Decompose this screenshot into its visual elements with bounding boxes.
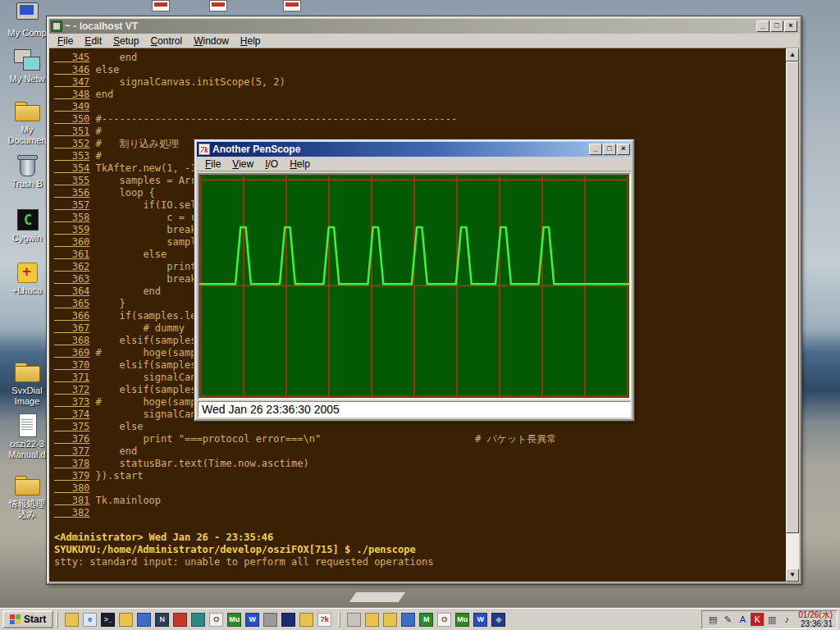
terminal-maximize-button[interactable]: □: [770, 21, 783, 32]
quicklaunch-app-gray[interactable]: [263, 613, 277, 627]
folder-icon: [13, 98, 41, 123]
desktop-icon-svxdial-image[interactable]: SvxDial Image: [3, 359, 51, 407]
terminal-menu-edit[interactable]: Edit: [80, 34, 107, 48]
terminal-line-345: 345 end: [54, 52, 786, 64]
scroll-down-icon[interactable]: ▼: [786, 568, 799, 582]
terminal-close-button[interactable]: ×: [784, 21, 797, 32]
desktop-icon-label: My Netw: [3, 74, 51, 84]
toolbar-grip[interactable]: [56, 611, 58, 628]
terminal-output-line-1: <Administrator> Wed Jan 26 - 23:35:46: [54, 532, 786, 544]
quicklaunch-explorer-folder[interactable]: [65, 613, 79, 627]
penscope-menu-io[interactable]: I/O: [260, 158, 283, 171]
quicklaunch-app-teal[interactable]: [191, 613, 205, 627]
penscope-menu-help[interactable]: Help: [285, 158, 315, 171]
quicklaunch-mule[interactable]: Mu: [227, 613, 241, 627]
terminal-minimize-button[interactable]: _: [756, 21, 769, 32]
quicklaunch-terminal[interactable]: >_: [101, 613, 115, 627]
terminal-output-line-3: stty: standard input: unable to perform …: [54, 556, 786, 568]
terminal-icon: >_: [101, 613, 115, 627]
terminal-titlebar[interactable]: ~ - localhost VT _ □ ×: [49, 19, 799, 34]
trash-icon: [13, 153, 41, 177]
taskbar-item-folder[interactable]: [365, 613, 379, 627]
taskbar-item-app-diamond[interactable]: ◆: [491, 613, 505, 627]
scrollbar-thumb[interactable]: [786, 62, 799, 533]
quick-launch-bar: e>_NOMuW7k: [61, 613, 336, 627]
taskbar-item-mule[interactable]: Mu: [455, 613, 469, 627]
quicklaunch-app-navy[interactable]: [281, 613, 295, 627]
quicklaunch-folder[interactable]: [119, 613, 133, 627]
taskbar-clock[interactable]: 01/26(水) 23:36:31: [795, 610, 833, 628]
penscope-close-button[interactable]: ×: [617, 144, 630, 155]
desktop-icon-label: oszi22-3 Manual.d: [3, 439, 51, 460]
desktop-icon-label: My Documen: [3, 125, 51, 146]
tk-logo-icon: 7k: [199, 144, 210, 155]
penscope-minimize-button[interactable]: _: [589, 144, 602, 155]
penscope-titlebar[interactable]: 7k Another PenScope _ □ ×: [197, 142, 632, 157]
folder-icon: [13, 472, 41, 497]
terminal-menu-help[interactable]: Help: [235, 34, 266, 48]
terminal-line-379: 379 }).start: [54, 470, 786, 482]
desktop-icon-trush-b[interactable]: Trush B: [3, 153, 51, 189]
taskbar-item-app-green[interactable]: M: [419, 613, 433, 627]
desktop-icon-my-netw[interactable]: My Netw: [3, 48, 51, 84]
taskbar-item-opera[interactable]: O: [437, 613, 451, 627]
desktop-icon-my-documen[interactable]: My Documen: [3, 98, 51, 146]
toolbar-grip[interactable]: [338, 611, 340, 628]
penscope-maximize-button[interactable]: □: [603, 144, 616, 155]
taskbar-item-word[interactable]: W: [473, 613, 487, 627]
taskbar: Start e>_NOMuW7k MOMuW◆ ▤✎AK▥♪ 01/26(水) …: [0, 608, 840, 630]
taskbar-item-app-blue[interactable]: [401, 613, 415, 627]
terminal-menu-window[interactable]: Window: [189, 34, 234, 48]
taskbar-item-window[interactable]: [347, 613, 361, 627]
tray-atok-k[interactable]: K: [751, 613, 764, 626]
tray-network[interactable]: ▥: [765, 613, 778, 626]
quicklaunch-folder2[interactable]: [299, 613, 313, 627]
desktop-icon-[interactable]: 情報処理 込み: [3, 472, 51, 520]
penscope-window[interactable]: 7k Another PenScope _ □ × FileViewI/OHel…: [194, 139, 634, 421]
network-icon: [13, 48, 41, 72]
desktop-icon-cygwin[interactable]: Cygwin: [3, 207, 51, 244]
desktop-icon-oszi22-3-manual-d[interactable]: oszi22-3 Manual.d: [3, 413, 51, 460]
scrollbar-track[interactable]: [786, 62, 799, 568]
quicklaunch-opera[interactable]: O: [209, 613, 223, 627]
tray-pen[interactable]: ✎: [721, 613, 734, 626]
quicklaunch-word[interactable]: W: [245, 613, 259, 627]
start-button[interactable]: Start: [2, 610, 53, 628]
penscope-window-controls: _ □ ×: [589, 144, 630, 155]
terminal-scrollbar[interactable]: ▲ ▼: [786, 48, 799, 582]
penscope-menu-view[interactable]: View: [227, 158, 258, 171]
quicklaunch-app-red[interactable]: [173, 613, 187, 627]
cygwin-icon: [13, 207, 41, 231]
desktop-icon-lhaca[interactable]: +Lhaca: [3, 259, 51, 296]
desktop-icon-my-comp[interactable]: My Comp: [3, 2, 51, 39]
terminal-line-348: 348 end: [54, 89, 786, 101]
terminal-line-351: 351 #: [54, 126, 786, 138]
desktop-top-icon-0[interactable]: [152, 0, 170, 11]
terminal-output-line-0: [54, 519, 786, 532]
tray-display[interactable]: ▤: [706, 613, 719, 626]
quicklaunch-tk[interactable]: 7k: [317, 613, 331, 627]
terminal-menu-setup[interactable]: Setup: [108, 34, 144, 48]
app-blue-icon: [401, 613, 415, 627]
desktop-icon-label: +Lhaca: [3, 285, 51, 296]
desktop-top-icon-1[interactable]: [209, 0, 227, 11]
opera-icon: O: [437, 613, 451, 627]
scroll-up-icon[interactable]: ▲: [786, 48, 799, 62]
folder-icon: [383, 613, 397, 627]
desktop-top-icon-2[interactable]: [283, 0, 301, 11]
penscope-menu-file[interactable]: File: [200, 158, 226, 171]
quicklaunch-app-blue[interactable]: [137, 613, 151, 627]
quicklaunch-netscape[interactable]: N: [155, 613, 169, 627]
tray-ime-a[interactable]: A: [736, 613, 749, 626]
tray-volume[interactable]: ♪: [780, 613, 793, 626]
lhaca-icon: [13, 259, 41, 284]
clock-date: 01/26(水): [798, 610, 833, 619]
quicklaunch-ie[interactable]: e: [83, 613, 97, 627]
terminal-window-icon: [51, 21, 62, 32]
app-green-icon: M: [419, 613, 433, 627]
terminal-menu-file[interactable]: File: [52, 34, 78, 48]
terminal-menu-control[interactable]: Control: [145, 34, 187, 48]
taskbar-item-folder[interactable]: [383, 613, 397, 627]
secondary-toolbar: MOMuW◆: [343, 613, 509, 627]
desktop[interactable]: My CompMy NetwMy DocumenTrush BCygwin+Lh…: [0, 0, 840, 630]
